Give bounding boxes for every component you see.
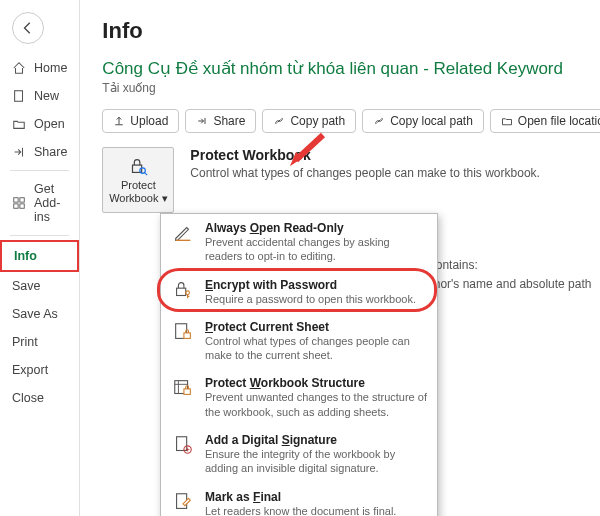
menu-desc: Prevent unwanted changes to the structur…: [205, 390, 427, 419]
nav-label: Close: [12, 391, 44, 405]
menu-item-protect-structure[interactable]: Protect Workbook Structure Prevent unwan…: [161, 369, 437, 426]
menu-title: Protect Workbook Structure: [205, 376, 427, 390]
sidebar-item-addins[interactable]: Get Add-ins: [0, 175, 79, 231]
svg-rect-13: [177, 437, 187, 451]
sidebar-item-export[interactable]: Export: [0, 356, 79, 384]
protect-workbook-button[interactable]: ProtectWorkbook ▾: [102, 147, 174, 213]
svg-rect-4: [20, 204, 24, 208]
sidebar-item-close[interactable]: Close: [0, 384, 79, 412]
document-subtitle: Tải xuống: [102, 81, 600, 95]
upload-icon: [113, 115, 125, 127]
sheet-lock-icon: [171, 320, 195, 344]
pencil-icon: [171, 221, 195, 245]
back-button[interactable]: [12, 12, 44, 44]
share-icon: [196, 115, 208, 127]
menu-item-mark-final[interactable]: Mark as Final Let readers know the docum…: [161, 483, 437, 516]
open-icon: [12, 117, 26, 131]
red-arrow-annotation: [288, 130, 328, 170]
menu-title: Encrypt with Password: [205, 278, 427, 292]
svg-rect-10: [184, 333, 190, 339]
open-location-button[interactable]: Open file location: [490, 109, 600, 133]
nav-label: Get Add-ins: [34, 182, 67, 224]
addins-icon: [12, 196, 26, 210]
menu-title: Mark as Final: [205, 490, 427, 504]
btn-label: Copy path: [290, 114, 345, 128]
sidebar-item-share[interactable]: Share: [0, 138, 79, 166]
btn-text1: Protect: [121, 179, 156, 191]
nav-label: Print: [12, 335, 38, 349]
btn-label: Share: [213, 114, 245, 128]
document-title[interactable]: Công Cụ Đề xuất nhóm từ khóa liên quan -…: [102, 58, 600, 79]
sidebar: Home New Open Share Get Add-ins Info Sav…: [0, 0, 80, 516]
chevron-down-icon: ▾: [162, 192, 168, 204]
menu-title: Always Open Read-Only: [205, 221, 427, 235]
protect-heading: Protect Workbook: [190, 147, 540, 163]
copy-local-path-button[interactable]: Copy local path: [362, 109, 484, 133]
menu-item-encrypt-password[interactable]: Encrypt with Password Require a password…: [161, 271, 437, 313]
svg-rect-3: [14, 204, 18, 208]
protect-desc: Control what types of changes people can…: [190, 166, 540, 180]
action-row: Upload Share Copy path Copy local path O…: [102, 109, 600, 133]
sidebar-item-print[interactable]: Print: [0, 328, 79, 356]
nav-label: Export: [12, 363, 48, 377]
btn-text2: Workbook: [109, 192, 158, 204]
workbook-lock-icon: [171, 376, 195, 400]
menu-item-protect-sheet[interactable]: Protect Current Sheet Control what types…: [161, 313, 437, 370]
menu-desc: Require a password to open this workbook…: [205, 292, 427, 306]
sidebar-item-home[interactable]: Home: [0, 54, 79, 82]
home-icon: [12, 61, 26, 75]
svg-point-8: [186, 291, 190, 295]
share-icon: [12, 145, 26, 159]
svg-rect-0: [15, 91, 23, 102]
share-button[interactable]: Share: [185, 109, 256, 133]
sidebar-item-new[interactable]: New: [0, 82, 79, 110]
svg-rect-2: [20, 198, 24, 202]
nav-label: New: [34, 89, 59, 103]
nav-label: Info: [14, 249, 37, 263]
nav-label: Open: [34, 117, 65, 131]
arrow-left-icon: [21, 21, 35, 35]
menu-item-digital-signature[interactable]: Add a Digital Signature Ensure the integ…: [161, 426, 437, 483]
nav-label: Share: [34, 145, 67, 159]
sidebar-item-open[interactable]: Open: [0, 110, 79, 138]
final-icon: [171, 490, 195, 514]
upload-button[interactable]: Upload: [102, 109, 179, 133]
new-icon: [12, 89, 26, 103]
menu-desc: Control what types of changes people can…: [205, 334, 427, 363]
menu-desc: Let readers know the document is final.: [205, 504, 427, 516]
lock-key-icon: [171, 278, 195, 302]
svg-rect-7: [177, 288, 186, 295]
menu-item-read-only[interactable]: Always Open Read-Only Prevent accidental…: [161, 214, 437, 271]
nav-label: Save As: [12, 307, 58, 321]
protect-info: Protect Workbook Control what types of c…: [190, 147, 540, 180]
svg-rect-1: [14, 198, 18, 202]
protect-workbook-menu: Always Open Read-Only Prevent accidental…: [160, 213, 438, 516]
page-title: Info: [102, 18, 600, 44]
sidebar-item-saveas[interactable]: Save As: [0, 300, 79, 328]
btn-label: Open file location: [518, 114, 600, 128]
link-icon: [273, 115, 285, 127]
nav-label: Save: [12, 279, 41, 293]
menu-desc: Prevent accidental changes by asking rea…: [205, 235, 427, 264]
link-icon: [373, 115, 385, 127]
signature-icon: [171, 433, 195, 457]
btn-label: Upload: [130, 114, 168, 128]
menu-title: Add a Digital Signature: [205, 433, 427, 447]
lock-search-icon: [127, 155, 149, 177]
svg-rect-12: [184, 389, 190, 395]
protect-section: ProtectWorkbook ▾ Protect Workbook Contr…: [102, 147, 600, 213]
sidebar-item-info[interactable]: Info: [0, 240, 79, 272]
separator: [10, 235, 69, 236]
sidebar-item-save[interactable]: Save: [0, 272, 79, 300]
separator: [10, 170, 69, 171]
menu-desc: Ensure the integrity of the workbook by …: [205, 447, 427, 476]
btn-label: Copy local path: [390, 114, 473, 128]
menu-title: Protect Current Sheet: [205, 320, 427, 334]
folder-icon: [501, 115, 513, 127]
nav-label: Home: [34, 61, 67, 75]
